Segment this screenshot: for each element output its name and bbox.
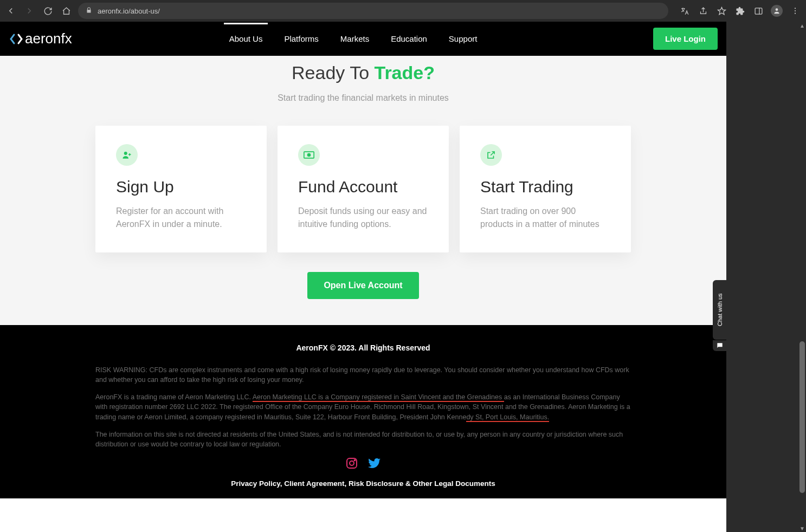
nav-education[interactable]: Education (391, 23, 427, 54)
bookmark-star-icon[interactable] (715, 4, 728, 17)
home-button[interactable] (60, 4, 73, 17)
money-icon (298, 144, 320, 166)
side-panel-icon[interactable] (752, 4, 765, 17)
card-title: Sign Up (116, 178, 246, 196)
logo-icon (9, 33, 24, 46)
vertical-scrollbar[interactable]: ▲ ▼ (798, 22, 806, 532)
footer-underlined-2: dy St, Port Louis, Mauritius. (466, 413, 549, 422)
share-icon[interactable] (697, 4, 710, 17)
svg-point-5 (795, 10, 796, 11)
svg-point-4 (795, 8, 796, 9)
forward-button[interactable] (23, 4, 36, 17)
user-plus-icon (116, 144, 138, 166)
card-title: Start Trading (480, 178, 610, 196)
card-fund-account: Fund Account Deposit funds using our eas… (278, 126, 449, 252)
page-viewport: aeronfx About Us Platforms Markets Educa… (0, 22, 726, 532)
footer-company-info: AeronFX is a trading name of Aeron Marke… (95, 392, 631, 421)
main-content: Ready To Trade? Start trading the financ… (0, 56, 726, 325)
site-footer: AeronFX © 2023. All Rights Reserved RISK… (0, 325, 726, 498)
card-start-trading: Start Trading Start trading on over 900 … (460, 126, 631, 252)
nav-about-us[interactable]: About Us (229, 23, 263, 54)
card-desc: Deposit funds using our easy and intuiti… (298, 205, 428, 231)
card-desc: Start trading on over 900 products in a … (480, 205, 610, 231)
share-icon (480, 144, 502, 166)
footer-legal-links[interactable]: Privacy Policy, Client Agreement, Risk D… (95, 479, 631, 488)
twitter-icon[interactable] (368, 457, 381, 470)
url-text: aeronfx.io/about-us/ (98, 7, 160, 15)
card-sign-up: Sign Up Register for an account with Aer… (95, 126, 267, 252)
site-logo[interactable]: aeronfx (9, 30, 72, 47)
nav-markets[interactable]: Markets (340, 23, 369, 54)
live-login-button[interactable]: Live Login (653, 28, 718, 50)
footer-risk-warning: RISK WARNING: CFDs are complex instrumen… (95, 365, 631, 385)
nav-platforms[interactable]: Platforms (284, 23, 318, 54)
footer-underlined-1: Aeron Marketing LLC is a Company registe… (253, 393, 504, 402)
hero-subtitle: Start trading the financial markets in m… (0, 93, 726, 103)
back-button[interactable] (4, 4, 17, 17)
browser-toolbar: aeronfx.io/about-us/ (0, 0, 806, 22)
scrollbar-thumb[interactable] (799, 341, 805, 493)
reload-button[interactable] (41, 4, 54, 17)
translate-icon[interactable] (678, 4, 691, 17)
hero-title-plain: Ready To (292, 62, 374, 83)
svg-point-6 (795, 13, 796, 14)
extensions-icon[interactable] (733, 4, 746, 17)
svg-point-9 (308, 154, 311, 157)
chat-bubble-icon[interactable] (713, 340, 727, 351)
svg-point-12 (354, 459, 356, 460)
feature-cards: Sign Up Register for an account with Aer… (0, 126, 726, 252)
open-live-account-button[interactable]: Open Live Account (307, 272, 418, 299)
hero-title: Ready To Trade? (0, 62, 726, 83)
svg-marker-0 (718, 7, 725, 14)
logo-text: aeronfx (25, 30, 72, 47)
site-header: aeronfx About Us Platforms Markets Educa… (0, 22, 726, 56)
lock-icon (86, 7, 92, 15)
nav-support[interactable]: Support (449, 23, 478, 54)
profile-avatar[interactable] (770, 4, 783, 17)
chat-tab[interactable]: Chat with us (713, 280, 727, 340)
card-title: Fund Account (298, 178, 428, 196)
instagram-icon[interactable] (345, 457, 358, 470)
footer-jurisdiction: The information on this site is not dire… (95, 430, 631, 449)
scroll-down-arrow[interactable]: ▼ (798, 524, 806, 532)
svg-point-11 (350, 461, 354, 465)
address-bar[interactable]: aeronfx.io/about-us/ (78, 3, 668, 19)
hero-title-accent: Trade? (374, 62, 434, 83)
svg-rect-1 (755, 8, 762, 14)
main-nav: About Us Platforms Markets Education Sup… (229, 23, 478, 54)
svg-point-3 (776, 8, 778, 11)
footer-text: AeronFX is a trading name of Aeron Marke… (95, 393, 253, 401)
footer-copyright: AeronFX © 2023. All Rights Reserved (95, 343, 631, 352)
social-links (95, 457, 631, 470)
scroll-up-arrow[interactable]: ▲ (798, 22, 806, 29)
card-desc: Register for an account with AeronFX in … (116, 205, 246, 231)
svg-point-7 (124, 152, 127, 155)
kebab-menu-icon[interactable] (789, 4, 802, 17)
